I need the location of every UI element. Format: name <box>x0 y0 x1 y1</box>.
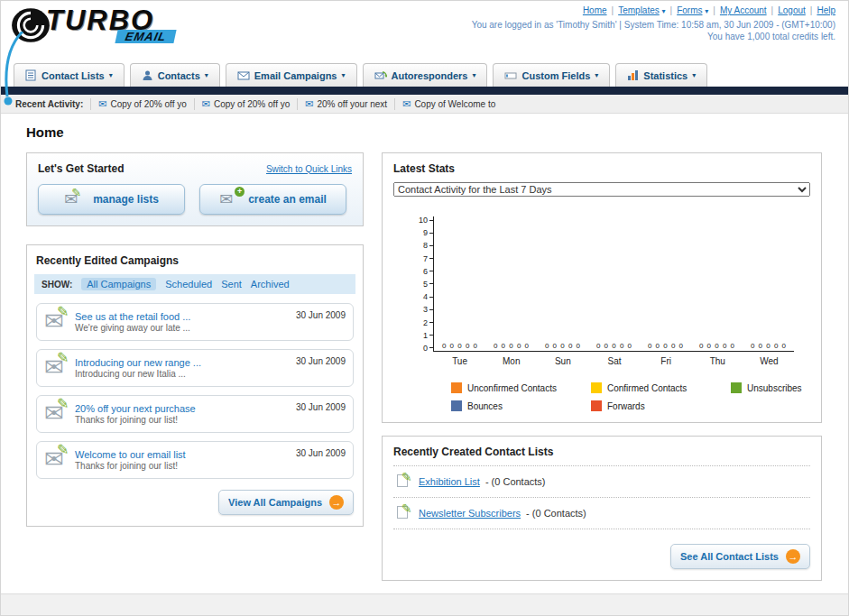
show-label: SHOW: <box>42 280 72 290</box>
main-content: Home Let's Get Started Switch to Quick L… <box>1 114 848 581</box>
campaign-title-link[interactable]: 20% off your next purchase <box>75 403 296 414</box>
chart-legend: Unconfirmed Contacts Confirmed Contacts … <box>451 382 810 411</box>
chevron-down-icon: ▾ <box>662 7 666 15</box>
separator <box>607 5 619 15</box>
tab-label: Contact Lists <box>42 70 105 81</box>
create-email-button[interactable]: ✉+ create an email <box>199 184 346 215</box>
chart-x-axis-labels: Tue Mon Sun Sat Fri Thu Wed <box>434 356 795 366</box>
see-all-contact-lists-button[interactable]: See All Contact Lists → <box>670 544 810 569</box>
legend-swatch-unconfirmed <box>451 382 462 393</box>
recent-activity-item-label: Copy of 20% off yo <box>110 99 186 109</box>
envelope-icon: ✉ <box>402 98 411 110</box>
chart-zero-values: 0 0 0 0 0 <box>485 342 537 351</box>
filter-sent[interactable]: Sent <box>221 279 242 290</box>
campaign-subtitle: Thanks for joining our list! <box>75 461 296 471</box>
contact-list-count: - (0 Contacts) <box>485 476 546 487</box>
view-all-campaigns-button[interactable]: View All Campaigns → <box>218 490 354 515</box>
tab-statistics[interactable]: Statistics ▾ <box>615 63 707 87</box>
header-right: HomeTemplates ▾Forms ▾My AccountLogoutHe… <box>472 5 835 41</box>
campaign-envelope-pencil-icon: ✉✎ <box>44 402 75 426</box>
recent-activity-item[interactable]: ✉Copy of 20% off yo <box>194 98 298 110</box>
chevron-down-icon: ▾ <box>595 71 598 79</box>
autoresponders-icon <box>374 69 387 81</box>
create-email-label: create an email <box>248 193 327 206</box>
campaign-list: ✉✎ See us at the retail food ...We're gi… <box>36 303 354 479</box>
login-status-text: You are logged in as 'Timothy Smith' | S… <box>472 20 835 30</box>
campaign-filter-bar: SHOW: All Campaigns Scheduled Sent Archi… <box>34 274 355 294</box>
left-column: Let's Get Started Switch to Quick Links … <box>26 152 364 527</box>
get-started-title: Let's Get Started <box>38 162 125 175</box>
campaign-date: 30 Jun 2009 <box>296 310 346 320</box>
legend-swatch-forwards <box>591 400 602 411</box>
recent-activity-item-label: 20% off your next <box>318 99 388 109</box>
campaign-row[interactable]: ✉✎ 20% off your next purchaseThanks for … <box>36 395 354 433</box>
header: TURBO EMAIL HomeTemplates ▾Forms ▾My Acc… <box>1 1 848 57</box>
switch-quick-links-link[interactable]: Switch to Quick Links <box>266 164 352 174</box>
campaign-title-link[interactable]: Introducing our new range ... <box>75 357 296 368</box>
legend-item: Bounces <box>451 400 591 411</box>
chevron-down-icon: ▾ <box>692 71 696 79</box>
contact-list-link[interactable]: Exhibition List <box>419 476 480 487</box>
separator <box>666 5 678 15</box>
contact-list-row[interactable]: ✎ Newsletter Subscribers - (0 Contacts) <box>393 497 810 529</box>
chevron-down-icon: ▾ <box>341 71 345 79</box>
legend-item: Forwards <box>591 400 731 411</box>
tab-custom-fields[interactable]: Custom Fields ▾ <box>493 63 610 87</box>
app-window: TURBO EMAIL HomeTemplates ▾Forms ▾My Acc… <box>0 0 849 616</box>
envelope-icon: ✉ <box>305 98 313 110</box>
arrow-right-icon: → <box>329 495 344 510</box>
legend-item: Confirmed Contacts <box>591 382 731 393</box>
top-link-home[interactable]: Home <box>583 5 607 15</box>
campaign-title-link[interactable]: Welcome to our email list <box>75 449 296 460</box>
manage-lists-label: manage lists <box>93 193 159 206</box>
separator <box>708 5 720 15</box>
contact-list-link[interactable]: Newsletter Subscribers <box>419 508 521 519</box>
contact-lists-title: Recently Created Contact Lists <box>393 446 810 458</box>
tab-contacts[interactable]: Contacts ▾ <box>130 63 220 87</box>
campaign-row[interactable]: ✉✎ See us at the retail food ...We're gi… <box>36 303 354 341</box>
tab-label: Contacts <box>158 70 200 81</box>
campaign-subtitle: Introducing our new Italia ... <box>75 369 296 379</box>
tab-contact-lists[interactable]: Contact Lists ▾ <box>14 63 125 87</box>
filter-all-campaigns[interactable]: All Campaigns <box>81 278 156 290</box>
campaign-subtitle: We're giving away our late ... <box>75 323 296 333</box>
top-link-help[interactable]: Help <box>817 5 835 15</box>
recent-activity-item[interactable]: ✉20% off your next <box>297 98 394 110</box>
contact-list-row[interactable]: ✎ Exhibition List - (0 Contacts) <box>393 465 810 497</box>
chart-zero-values: 0 0 0 0 0 <box>640 342 691 351</box>
top-link-templates[interactable]: Templates <box>618 5 660 15</box>
nav-divider-bar <box>1 87 848 95</box>
top-link-logout[interactable]: Logout <box>778 5 806 15</box>
top-link-forms[interactable]: Forms <box>677 5 702 15</box>
view-all-campaigns-label: View All Campaigns <box>228 497 322 508</box>
top-link-my-account[interactable]: My Account <box>720 5 767 15</box>
chart-zero-values: 0 0 0 0 0 <box>434 342 485 351</box>
main-nav: Contact Lists ▾ Contacts ▾ Email Campaig… <box>1 57 848 87</box>
arrow-right-icon: → <box>786 549 800 564</box>
stats-period-dropdown[interactable]: Contact Activity for the Last 7 Days <box>393 182 810 197</box>
recent-activity-item[interactable]: ✉Copy of 20% off yo <box>90 98 194 110</box>
filter-archived[interactable]: Archived <box>251 279 290 290</box>
tab-email-campaigns[interactable]: Email Campaigns ▾ <box>226 63 357 87</box>
separator <box>767 5 779 15</box>
campaign-title-link[interactable]: See us at the retail food ... <box>75 311 296 322</box>
pencil-page-icon: ✎ <box>395 505 413 521</box>
campaign-row[interactable]: ✉✎ Welcome to our email listThanks for j… <box>36 441 354 479</box>
tab-label: Autoresponders <box>392 70 468 81</box>
chart-zero-values: 0 0 0 0 0 <box>537 342 588 351</box>
manage-lists-button[interactable]: ✉✎ manage lists <box>38 184 185 215</box>
email-campaigns-icon <box>237 70 250 81</box>
filter-scheduled[interactable]: Scheduled <box>165 279 212 290</box>
chart-y-axis: 10 9 8 7 6 5 4 3 2 1 0 <box>410 216 433 352</box>
tab-autoresponders[interactable]: Autoresponders ▾ <box>363 63 488 87</box>
chart-plot-area: 0 0 0 0 0 0 0 0 0 0 0 0 0 0 0 0 0 0 0 0 … <box>433 216 794 352</box>
footer-bar <box>1 593 848 615</box>
latest-stats-title: Latest Stats <box>393 162 810 175</box>
statistics-icon <box>627 69 639 81</box>
campaign-row[interactable]: ✉✎ Introducing our new range ...Introduc… <box>36 349 354 387</box>
chart-zero-values: 0 0 0 0 0 <box>743 342 794 351</box>
campaigns-panel-title: Recently Edited Campaigns <box>36 254 354 267</box>
recent-activity-item[interactable]: ✉Copy of Welcome to <box>394 98 503 110</box>
legend-swatch-confirmed <box>591 382 602 393</box>
chevron-down-icon: ▾ <box>205 71 208 79</box>
